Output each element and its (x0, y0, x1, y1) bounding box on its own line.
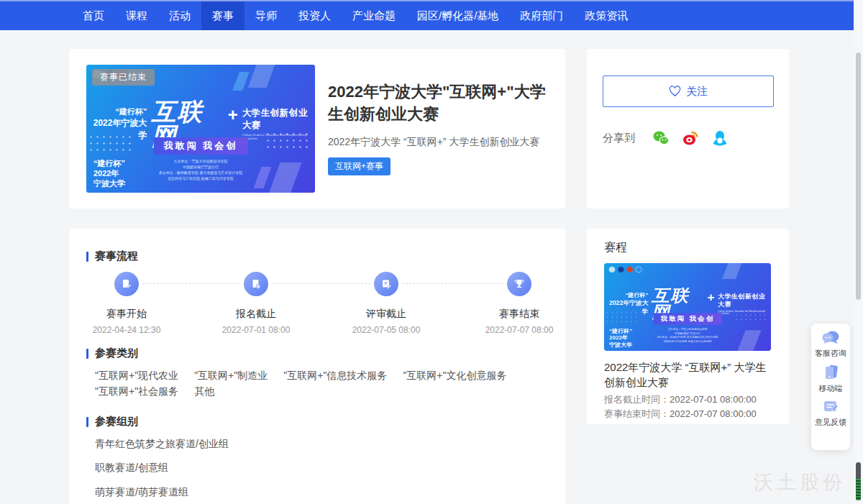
schedule-item-title[interactable]: 2022年宁波大学 “互联网+” 大学生创新创业大赛 (604, 359, 774, 390)
category-item: "互联网+"文化创意服务 (403, 370, 506, 382)
section-accent-bar (86, 417, 88, 427)
nav-item-home[interactable]: 首页 (72, 1, 115, 30)
partner-logo (636, 267, 642, 272)
floating-item-label: 客服咨询 (811, 348, 850, 359)
partner-logos (609, 267, 642, 272)
event-ended-badge: 赛事已结束 (92, 69, 155, 86)
follow-share-card: 关注 分享到 (587, 49, 789, 209)
category-item: "互联网+"社会服务 (95, 385, 178, 398)
section-title-text: 参赛组别 (95, 415, 138, 429)
page: 首页 课程 活动 赛事 导师 投资人 产业命题 园区/孵化器/基地 政府部门 政… (0, 0, 863, 504)
doc-pen-icon (114, 272, 139, 296)
banner-logo-plus: + (228, 105, 238, 125)
qq-icon[interactable] (711, 129, 729, 147)
banner-corner-line: “建行杯” (93, 158, 125, 168)
banner-slogan: 我敢闯 我会创 (653, 313, 721, 324)
timeline-step-start: 赛事开始 2022-04-24 12:30 (76, 272, 177, 335)
banner-decor (248, 65, 278, 88)
banner-brand-sub: 2022年宁波大学 (86, 117, 147, 142)
category-item: "互联网+"现代农业 (95, 370, 178, 382)
schedule-row-label: 赛事结束时间： (604, 408, 670, 419)
nav-item-investors[interactable]: 投资人 (288, 1, 342, 30)
share-row: 分享到 (603, 129, 741, 147)
floating-item-label: 移动端 (811, 383, 850, 394)
banner-title-english: College Students' Innovation and Entrepr… (718, 310, 771, 315)
banner-title-english: College Students' Innovation and Entrepr… (242, 133, 315, 140)
nav-item-competitions[interactable]: 赛事 (201, 1, 245, 30)
banner-title-right: 大学生创新创业大赛 (242, 107, 315, 132)
floating-item-label: 意见反馈 (811, 417, 850, 428)
trophy-icon (507, 272, 531, 296)
follow-button[interactable]: 关注 (603, 75, 774, 107)
banner-corner-line: 宁波大学 (609, 341, 632, 348)
nav-item-activities[interactable]: 活动 (158, 1, 201, 30)
competition-subtitle: 2022年宁波大学 “互联网+” 大学生创新创业大赛 (328, 136, 558, 149)
scrollbar-thumb[interactable] (856, 52, 861, 300)
watermark: 沃土股份 (754, 469, 846, 495)
timeline-step-date: 2022-07-07 08:00 (469, 325, 570, 335)
nav-item-parks-incubators[interactable]: 园区/孵化器/基地 (406, 1, 509, 30)
timeline-step-name: 报名截止 (206, 308, 306, 321)
partner-logo (618, 267, 624, 272)
banner-corner-line: 2022年 (609, 334, 632, 342)
phone-icon (823, 364, 839, 381)
schedule-row-label: 报名截止时间： (604, 394, 670, 405)
scrollbar-track[interactable] (854, 0, 863, 504)
timeline-step-name: 赛事结束 (469, 308, 570, 321)
schedule-signup-deadline: 报名截止时间：2022-07-01 08:00:00 (604, 393, 757, 406)
schedule-end-time: 赛事结束时间：2022-07-07 08:00:00 (604, 408, 757, 421)
timeline-step-name: 赛事开始 (76, 308, 177, 321)
nav-item-courses[interactable]: 课程 (115, 1, 158, 30)
scrollbar-marker (856, 462, 861, 500)
mobile-app-button[interactable]: 移动端 (811, 364, 850, 394)
section-title-text: 参赛类别 (95, 347, 138, 360)
banner-logo-plus: + (707, 290, 714, 304)
timeline-step-name: 评审截止 (336, 308, 437, 321)
nav-item-government[interactable]: 政府部门 (509, 1, 574, 30)
follow-button-label: 关注 (686, 85, 708, 98)
banner-brand-top: “建行杯” (604, 291, 649, 298)
competition-title: 2022年宁波大学"互联网+"大学生创新创业大赛 (328, 81, 552, 125)
banner-corner-brand: “建行杯” 2022年 宁波大学 (93, 158, 125, 188)
group-item: 萌芽赛道/萌芽赛道组 (95, 486, 188, 499)
timeline-step-review-deadline: 评审截止 2022-07-05 08:00 (336, 272, 437, 335)
timeline-step-date: 2022-07-01 08:00 (206, 325, 306, 335)
competition-detail-card: 赛事流程 赛事开始 2022-04-24 12:30 报名截止 2022-07-… (69, 229, 565, 504)
nav-item-policy-news[interactable]: 政策资讯 (574, 1, 639, 30)
banner-corner-line: 宁波大学 (93, 178, 125, 188)
schedule-banner-image[interactable]: “建行杯” 2022年宁波大学 互联网 + 大学生创新创业大赛 College … (604, 263, 771, 351)
competition-tag[interactable]: 互联网+赛事 (328, 157, 391, 175)
nav-item-industry-topics[interactable]: 产业命题 (342, 1, 406, 30)
doc-edit-icon (374, 272, 398, 296)
schedule-title: 赛程 (604, 240, 627, 255)
banner-decor (722, 263, 744, 279)
banner-title-right: 大学生创新创业大赛 (718, 292, 771, 308)
chat-icon (821, 330, 840, 346)
share-label: 分享到 (603, 132, 635, 145)
scrollbar-marker-stripes (856, 479, 861, 500)
category-item: 其他 (194, 385, 214, 398)
competition-banner-image[interactable]: 赛事已结束 “建行杯” 2022年宁波大学 互联网 + 大学生创新创业大赛 Co… (86, 65, 315, 193)
main-nav: 首页 课程 活动 赛事 导师 投资人 产业命题 园区/孵化器/基地 政府部门 政… (0, 1, 863, 30)
customer-service-button[interactable]: 客服咨询 (811, 330, 850, 359)
section-groups-title: 参赛组别 (86, 415, 138, 429)
banner-corner-brand: “建行杯” 2022年 宁波大学 (609, 327, 632, 348)
timeline-step-signup-deadline: 报名截止 2022-07-01 08:00 (206, 272, 306, 335)
category-item: "互联网+"制造业 (194, 370, 268, 382)
feedback-button[interactable]: 意见反馈 (811, 399, 850, 428)
banner-corner-line: 2022年 (93, 168, 125, 178)
section-accent-bar (86, 349, 88, 359)
wechat-icon[interactable] (652, 129, 670, 147)
section-categories-title: 参赛类别 (86, 347, 138, 360)
category-row: "互联网+"现代农业 "互联网+"制造业 "互联网+"信息技术服务 "互联网+"… (95, 370, 523, 382)
nav-item-mentors[interactable]: 导师 (245, 1, 288, 30)
competition-hero-card: 赛事已结束 “建行杯” 2022年宁波大学 互联网 + 大学生创新创业大赛 Co… (69, 49, 565, 209)
doc-check-icon (244, 272, 268, 296)
weibo-icon[interactable] (682, 129, 699, 147)
timeline-step-end: 赛事结束 2022-07-07 08:00 (469, 272, 570, 335)
heart-outline-icon (669, 86, 681, 97)
category-item: "互联网+"信息技术服务 (283, 370, 387, 382)
schedule-row-value: 2022-07-01 08:00:00 (670, 394, 757, 405)
banner-brand-top: “建行杯” (86, 106, 147, 117)
banner-slogan: 我敢闯 我会创 (154, 137, 248, 155)
